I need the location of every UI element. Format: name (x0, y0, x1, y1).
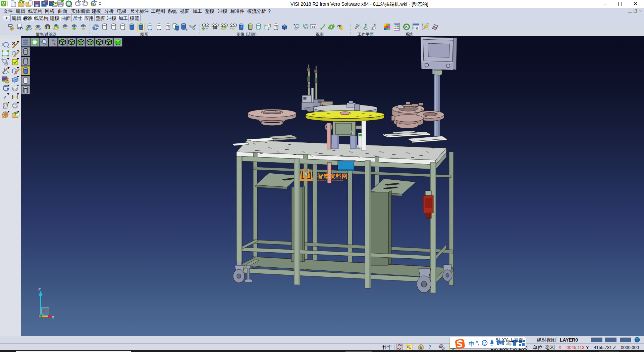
svg-text:智造资料网: 智造资料网 (317, 173, 348, 179)
svg-text:Z: Z (38, 288, 41, 292)
svg-text:7: 7 (509, 343, 511, 346)
svg-text:1:1: 1:1 (312, 26, 315, 29)
svg-text:中: 中 (469, 341, 474, 347)
svg-text:V: V (2, 1, 5, 6)
svg-text:X: X (52, 315, 54, 320)
svg-text:?: ? (429, 344, 431, 350)
svg-text:?: ? (3, 94, 6, 101)
svg-text:INTELLIGENT MANUFACTURING DATA: INTELLIGENT MANUFACTURING DATA (317, 179, 343, 181)
svg-text:°,: °, (476, 340, 479, 346)
